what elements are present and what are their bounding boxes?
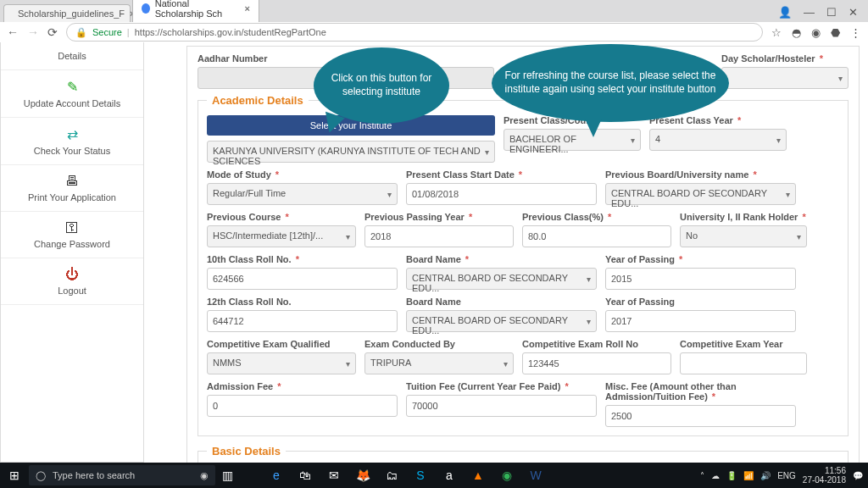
rank-select[interactable]: No <box>680 225 807 247</box>
maximize-icon[interactable]: ☐ <box>826 6 837 19</box>
start-label: Present Class Start Date <box>406 169 515 180</box>
word-icon[interactable]: W <box>524 465 548 485</box>
prevcourse-select[interactable]: HSC/Intermediate [12th]/... <box>207 225 356 247</box>
academic-fieldset: Academic Details Select your Institute K… <box>198 94 849 436</box>
sidebar-item-change-password[interactable]: ⚿ Change Password <box>1 212 143 258</box>
course-select[interactable]: BACHELOR OF ENGINEERI... <box>504 129 641 151</box>
battery-icon[interactable]: 🔋 <box>726 471 737 480</box>
extension-icon[interactable]: ⬣ <box>831 26 840 39</box>
start-date-input[interactable] <box>406 183 597 205</box>
star-icon[interactable]: ☆ <box>771 26 782 39</box>
skype-icon[interactable]: S <box>409 465 432 485</box>
edit-icon: ✎ <box>4 79 140 95</box>
cortana-icon[interactable]: ◉ <box>200 470 209 481</box>
mode-select[interactable]: Regular/Full Time <box>207 183 398 205</box>
prevpass-label: Previous Passing Year <box>364 212 465 222</box>
institute-select[interactable]: KARUNYA UNIVERSITY (KARUNYA INSTITUTE OF… <box>207 141 495 163</box>
prevpct-label: Previous Class(%) <box>522 212 604 222</box>
prevboard-select[interactable]: CENTRAL BOARD OF SECONDARY EDU... <box>605 183 796 205</box>
search-placeholder: Type here to search <box>53 470 135 480</box>
firefox-icon[interactable]: 🦊 <box>351 465 375 485</box>
start-button[interactable]: ⊞ <box>0 469 29 482</box>
url-box[interactable]: 🔒 Secure | https://scholarships.gov.in/s… <box>66 23 763 42</box>
prevpct-input[interactable] <box>522 225 671 247</box>
tab-label: Scholarship_guidelines_F <box>18 8 125 19</box>
taskbar-search[interactable]: ◯ Type here to search ◉ <box>29 465 215 485</box>
explorer-icon[interactable]: 🗂 <box>380 465 403 485</box>
main-content: Aadhar Number Day Scholar/Hosteler * Aca… <box>144 42 868 463</box>
sidebar-item-print[interactable]: 🖶 Print Your Application <box>1 165 143 212</box>
browser-chrome: Scholarship_guidelines_F × National Scho… <box>0 0 868 42</box>
prevpass-input[interactable] <box>364 225 514 247</box>
sidebar-item-check-status[interactable]: ⇄ Check Your Status <box>1 118 143 165</box>
chrome-icon[interactable]: ◉ <box>495 465 519 485</box>
examroll-label: Competitive Exam Roll No <box>522 339 671 349</box>
onedrive-icon[interactable]: ☁ <box>711 471 720 480</box>
examroll-input[interactable] <box>522 352 671 374</box>
sidebar-item-label: Update Account Details <box>24 98 120 108</box>
close-window-icon[interactable]: ✕ <box>849 6 858 19</box>
notifications-icon[interactable]: 💬 <box>853 471 863 480</box>
scholar-select[interactable] <box>721 67 849 89</box>
toolbar-right: ☆ ◓ ◉ ⬣ ⋮ <box>771 26 861 39</box>
tab-active[interactable]: National Scholarship Sch × <box>132 0 259 22</box>
yop12-input[interactable] <box>605 310 796 332</box>
adm-label: Admission Fee <box>207 381 273 391</box>
misc-label: Misc. Fee (Amount other than Admission/T… <box>605 381 737 402</box>
edge-icon[interactable]: e <box>264 465 288 485</box>
task-view-icon[interactable]: ▥ <box>215 465 239 485</box>
sidebar-item-label: Change Password <box>34 239 110 249</box>
power-icon: ⏻ <box>4 267 140 282</box>
status-icon: ⇄ <box>4 126 140 142</box>
close-icon[interactable]: × <box>245 3 250 14</box>
misc-fee-input[interactable] <box>605 405 796 427</box>
vlc-icon[interactable]: ▲ <box>466 465 490 485</box>
window-controls: 👤 — ☐ ✕ <box>768 3 868 22</box>
sidebar: Details ✎ Update Account Details ⇄ Check… <box>0 42 144 463</box>
volume-icon[interactable]: 🔊 <box>760 471 771 480</box>
minimize-icon[interactable]: — <box>804 6 815 19</box>
examyear-input[interactable] <box>680 352 807 374</box>
user-icon[interactable]: 👤 <box>778 6 792 19</box>
search-icon: ◯ <box>36 470 46 481</box>
conducted-select[interactable]: TRIPURA <box>364 352 514 374</box>
twelfth-roll-input[interactable] <box>207 310 398 332</box>
board10-select[interactable]: CENTRAL BOARD OF SECONDARY EDU... <box>406 268 597 290</box>
tab-inactive[interactable]: Scholarship_guidelines_F × <box>3 4 131 22</box>
yop10-input[interactable] <box>605 268 796 290</box>
url-text: https://scholarships.gov.in/studentRegPa… <box>135 27 326 37</box>
reload-icon[interactable]: ⟳ <box>47 25 58 39</box>
wifi-icon[interactable]: 📶 <box>743 471 754 480</box>
scholar-label: Day Scholar/Hosteler * <box>721 53 849 64</box>
forward-icon: → <box>27 25 39 39</box>
lock-icon: 🔒 <box>75 27 87 38</box>
store-icon[interactable]: 🛍 <box>293 465 317 485</box>
basic-fieldset: Basic Details Is Orphan * Gaurdian Name … <box>198 445 849 463</box>
tenth-roll-input[interactable] <box>207 268 398 290</box>
amazon-icon[interactable]: a <box>437 465 461 485</box>
menu-icon[interactable]: ⋮ <box>850 26 861 39</box>
lang-indicator[interactable]: ENG <box>777 471 796 480</box>
evernote-icon[interactable]: ◉ <box>811 26 821 39</box>
sidebar-item-logout[interactable]: ⏻ Logout <box>1 258 143 305</box>
print-icon: 🖶 <box>4 174 140 189</box>
key-icon: ⚿ <box>4 220 140 236</box>
clock[interactable]: 11:56 27-04-2018 <box>803 466 846 485</box>
prevboard-label: Previous Board/University name <box>605 169 748 180</box>
tuition-fee-input[interactable] <box>406 395 597 417</box>
callout-tail-icon <box>585 119 602 137</box>
examyear-label: Competitive Exam Year <box>680 339 807 349</box>
admission-fee-input[interactable] <box>207 395 398 417</box>
back-icon[interactable]: ← <box>7 25 19 39</box>
board12-select[interactable]: CENTRAL BOARD OF SECONDARY EDU... <box>406 310 597 332</box>
sidebar-item-update-account[interactable]: ✎ Update Account Details <box>1 70 143 118</box>
year-select[interactable]: 4 <box>649 129 787 151</box>
sidebar-item-label: Logout <box>58 286 86 296</box>
secure-label: Secure <box>92 27 122 37</box>
sidebar-item-details[interactable]: Details <box>1 42 143 70</box>
exam-select[interactable]: NMMS <box>207 352 356 374</box>
pocket-icon[interactable]: ◓ <box>792 26 801 39</box>
mail-icon[interactable]: ✉ <box>322 465 346 485</box>
academic-legend: Academic Details <box>207 94 309 107</box>
tray-chevron-icon[interactable]: ˄ <box>700 471 704 480</box>
